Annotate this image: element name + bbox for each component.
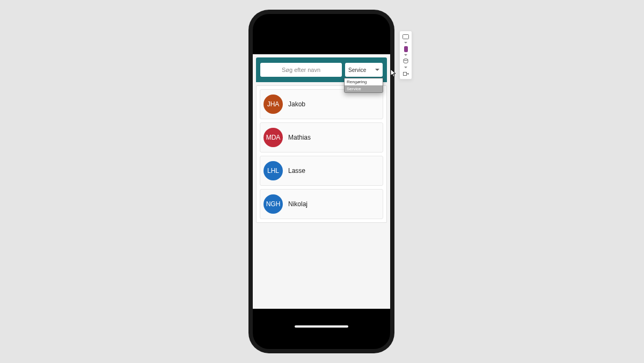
person-name: Lasse — [288, 167, 305, 175]
chevron-down-icon — [375, 69, 379, 71]
svg-rect-1 — [404, 46, 407, 52]
avatar: MDA — [264, 128, 283, 147]
person-name: Jakob — [288, 100, 305, 108]
avatar: LHL — [264, 161, 283, 180]
list-item[interactable]: JHA Jakob — [260, 89, 383, 119]
chevron-down-icon[interactable] — [404, 54, 407, 56]
database-icon[interactable] — [401, 58, 410, 64]
list-item[interactable]: LHL Lasse — [260, 156, 383, 186]
search-bar: Service Rengøring Service — [256, 57, 387, 82]
list-item[interactable]: MDA Mathias — [260, 122, 383, 153]
dropdown-selected-label: Service — [348, 67, 366, 73]
export-icon[interactable] — [401, 70, 410, 77]
app-screen: Service Rengøring Service JHA Jakob MDA … — [253, 54, 390, 309]
avatar: JHA — [264, 95, 283, 114]
home-indicator — [295, 325, 348, 328]
search-input[interactable] — [260, 63, 342, 77]
person-name: Nikolaj — [288, 200, 308, 208]
phone-icon[interactable] — [401, 46, 410, 52]
dropdown-menu: Rengøring Service — [344, 78, 383, 93]
service-dropdown[interactable]: Service Rengøring Service — [345, 63, 383, 77]
chevron-down-icon[interactable] — [404, 42, 407, 43]
svg-point-2 — [404, 59, 408, 61]
person-name: Mathias — [288, 134, 311, 141]
phone-frame: Service Rengøring Service JHA Jakob MDA … — [248, 10, 394, 353]
svg-rect-3 — [403, 72, 406, 75]
chevron-down-icon[interactable] — [404, 67, 407, 68]
dropdown-option[interactable]: Rengøring — [345, 78, 383, 85]
tablet-icon[interactable] — [401, 33, 410, 40]
people-list: JHA Jakob MDA Mathias LHL Lasse NGH Niko… — [256, 85, 387, 223]
phone-screen-outer: Service Rengøring Service JHA Jakob MDA … — [253, 14, 390, 349]
device-toolbar — [399, 31, 412, 79]
avatar: NGH — [264, 194, 283, 214]
svg-rect-0 — [403, 34, 409, 39]
list-item[interactable]: NGH Nikolaj — [260, 189, 383, 219]
dropdown-option[interactable]: Service — [345, 85, 383, 92]
